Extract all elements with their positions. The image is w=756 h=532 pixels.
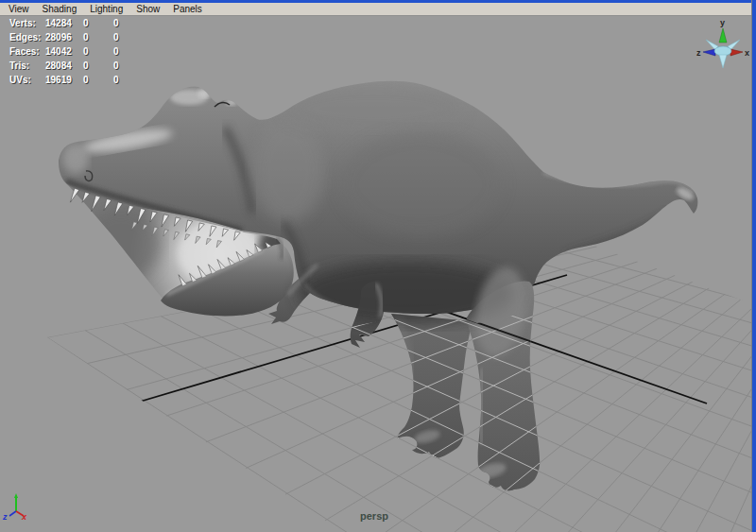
view-compass[interactable]: y z x: [696, 15, 750, 74]
window-top-border: [0, 0, 756, 3]
compass-x-label: x: [745, 48, 749, 58]
menu-lighting[interactable]: Lighting: [85, 3, 128, 15]
hud-row-tris: Tris: 28084 0 0: [9, 60, 198, 75]
poly-count-hud: Verts: 14284 0 0 Edges: 28096 0 0 Faces:…: [9, 18, 198, 89]
camera-name-label: persp: [336, 510, 412, 522]
compass-down-cone[interactable]: [719, 55, 727, 68]
menu-view[interactable]: View: [4, 3, 34, 15]
z-axis-label: z: [2, 512, 8, 522]
compass-center[interactable]: [714, 46, 731, 56]
origin-axis-indicator: z x: [2, 489, 36, 522]
hud-row-verts: Verts: 14284 0 0: [9, 18, 198, 32]
maya-viewport-window: View Shading Lighting Show Panels Verts:…: [0, 0, 756, 532]
hud-row-uvs: UVs: 19619 0 0: [9, 75, 198, 89]
menu-panels[interactable]: Panels: [168, 3, 207, 15]
compass-x-arrow[interactable]: [730, 49, 743, 56]
compass-z-arrow[interactable]: [703, 49, 715, 56]
menu-show[interactable]: Show: [131, 3, 164, 15]
compass-y-arrow[interactable]: [719, 28, 727, 43]
menu-shading[interactable]: Shading: [38, 3, 82, 15]
hud-row-faces: Faces: 14042 0 0: [9, 46, 198, 60]
hud-row-edges: Edges: 28096 0 0: [9, 32, 198, 46]
z-axis-line: [9, 511, 16, 516]
x-axis-label: x: [21, 512, 27, 522]
window-right-border: [751, 0, 756, 532]
compass-y-label: y: [720, 18, 725, 27]
panel-menubar: View Shading Lighting Show Panels: [0, 3, 752, 16]
compass-z-label: z: [696, 48, 701, 58]
